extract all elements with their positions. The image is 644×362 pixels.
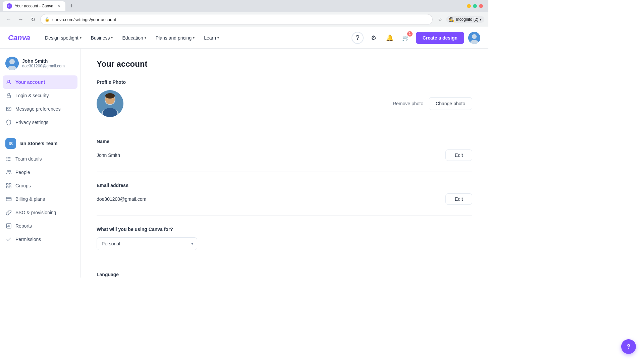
- svg-rect-20: [9, 186, 11, 188]
- nav-learn[interactable]: Learn ▾: [200, 33, 223, 43]
- email-field-row: doe301200@gmail.com Edit: [97, 193, 472, 205]
- sidebar-user-info: John Smith doe301200@gmail.com: [22, 58, 75, 68]
- groups-icon: [5, 182, 12, 189]
- sso-provisioning-icon: [5, 209, 12, 216]
- email-edit-btn[interactable]: Edit: [445, 193, 472, 205]
- message-preferences-icon: [5, 106, 12, 112]
- nav-business[interactable]: Business ▾: [87, 33, 117, 43]
- name-value: John Smith: [97, 153, 120, 158]
- sidebar-item-privacy-settings-label: Privacy settings: [15, 120, 48, 125]
- sidebar-item-people[interactable]: People: [0, 166, 80, 179]
- window-minimize-btn[interactable]: [467, 4, 471, 8]
- notifications-btn[interactable]: 🔔: [384, 32, 396, 44]
- browser-chrome: C Your account - Canva ✕ + ← → ↻ 🔒 canva…: [0, 0, 488, 27]
- url-text: canva.com/settings/your-account: [52, 17, 116, 22]
- svg-point-1: [472, 34, 477, 39]
- svg-rect-7: [7, 95, 11, 98]
- login-security-icon: [5, 92, 12, 99]
- window-maximize-btn[interactable]: [473, 4, 477, 8]
- window-close-btn[interactable]: [479, 4, 483, 8]
- svg-point-6: [8, 80, 10, 82]
- user-avatar-nav[interactable]: [468, 32, 480, 44]
- main-area: John Smith doe301200@gmail.com Your acco…: [0, 49, 488, 278]
- sidebar-item-groups-label: Groups: [15, 183, 31, 188]
- app: Canva Design spotlight ▾ Business ▾ Educ…: [0, 27, 488, 278]
- browser-tab[interactable]: C Your account - Canva ✕: [3, 1, 65, 11]
- profile-photo-img: [97, 90, 123, 117]
- nav-education[interactable]: Education ▾: [118, 33, 150, 43]
- sidebar-item-message-preferences[interactable]: Message preferences: [0, 102, 80, 116]
- svg-point-11: [7, 160, 7, 161]
- incognito-label: Incognito (2): [456, 17, 478, 22]
- sidebar-item-reports[interactable]: Reports: [0, 219, 80, 233]
- sidebar-item-sso-provisioning[interactable]: SSO & provisioning: [0, 206, 80, 219]
- cart-btn[interactable]: 🛒 1: [400, 32, 412, 44]
- reports-icon: [5, 223, 12, 229]
- tab-close-btn[interactable]: ✕: [56, 3, 61, 9]
- usage-label: What will you be using Canva for?: [97, 227, 472, 232]
- bookmark-btn[interactable]: ☆: [435, 15, 445, 24]
- sidebar-item-login-security[interactable]: Login & security: [0, 89, 80, 102]
- nav-design-spotlight-label: Design spotlight: [45, 35, 78, 41]
- language-section: Language English (United Kingdom) Englis…: [97, 272, 472, 278]
- name-field-row: John Smith Edit: [97, 149, 472, 161]
- canva-logo[interactable]: Canva: [8, 34, 30, 42]
- logo-text: Canva: [8, 34, 30, 42]
- profile-photo-label: Profile Photo: [97, 79, 472, 85]
- nav-education-label: Education: [122, 35, 143, 41]
- new-tab-btn[interactable]: +: [67, 1, 76, 11]
- sidebar-item-reports-label: Reports: [15, 223, 32, 229]
- sidebar-item-billing-plans[interactable]: Billing & plans: [0, 192, 80, 206]
- forward-btn[interactable]: →: [16, 15, 25, 24]
- settings-btn[interactable]: ⚙: [368, 32, 380, 44]
- canva-favicon: C: [7, 3, 12, 9]
- team-initials: IS: [9, 141, 13, 146]
- language-label: Language: [97, 272, 472, 277]
- sidebar-item-privacy-settings[interactable]: Privacy settings: [0, 116, 80, 129]
- your-account-icon: [5, 79, 12, 85]
- change-photo-btn[interactable]: Change photo: [429, 97, 472, 110]
- name-label: Name: [97, 139, 472, 144]
- profile-photo-actions: Remove photo Change photo: [393, 97, 472, 110]
- billing-plans-icon: [5, 196, 12, 202]
- usage-select[interactable]: Personal Business Education Non-profit: [97, 237, 197, 250]
- sidebar-item-team-details[interactable]: Team details: [0, 152, 80, 166]
- email-section: Email address doe301200@gmail.com Edit: [97, 183, 472, 216]
- incognito-chevron: ▾: [480, 17, 482, 22]
- svg-rect-18: [9, 183, 11, 185]
- sidebar-item-your-account-label: Your account: [15, 79, 45, 85]
- window-controls: [467, 4, 486, 8]
- page-title: Your account: [97, 59, 472, 69]
- sidebar-item-team-details-label: Team details: [15, 156, 42, 162]
- sidebar-item-permissions-label: Permissions: [15, 237, 41, 242]
- create-design-btn[interactable]: Create a design: [416, 32, 464, 44]
- nav-plans-pricing[interactable]: Plans and pricing ▾: [152, 33, 199, 43]
- nav-design-spotlight[interactable]: Design spotlight ▾: [41, 33, 86, 43]
- remove-photo-btn[interactable]: Remove photo: [393, 98, 423, 109]
- nav-plans-pricing-chevron: ▾: [193, 36, 195, 40]
- svg-point-4: [9, 59, 15, 64]
- name-edit-btn[interactable]: Edit: [445, 149, 472, 161]
- sidebar-team-header[interactable]: IS Ian Stone's Team: [0, 135, 80, 152]
- sidebar-user[interactable]: John Smith doe301200@gmail.com: [0, 54, 80, 75]
- back-btn[interactable]: ←: [4, 15, 13, 24]
- sidebar-item-permissions[interactable]: Permissions: [0, 233, 80, 246]
- sidebar-item-people-label: People: [15, 170, 30, 175]
- svg-rect-21: [6, 197, 11, 201]
- sidebar-item-groups[interactable]: Groups: [0, 179, 80, 192]
- address-bar[interactable]: 🔒 canva.com/settings/your-account: [40, 14, 433, 25]
- sidebar-item-your-account[interactable]: Your account: [3, 75, 77, 89]
- nav-education-chevron: ▾: [145, 36, 146, 40]
- sidebar-user-email: doe301200@gmail.com: [22, 64, 75, 68]
- svg-point-10: [7, 159, 7, 159]
- incognito-badge[interactable]: 🕵 Incognito (2) ▾: [446, 16, 484, 23]
- usage-section: What will you be using Canva for? Person…: [97, 227, 472, 261]
- permissions-icon: [5, 236, 12, 243]
- sidebar: John Smith doe301200@gmail.com Your acco…: [0, 49, 80, 278]
- help-btn[interactable]: ?: [352, 32, 364, 44]
- toolbar-actions: ☆ 🕵 Incognito (2) ▾: [435, 15, 484, 24]
- usage-select-wrapper: Personal Business Education Non-profit ▾: [97, 237, 197, 250]
- profile-photo-area: Remove photo Change photo: [97, 90, 472, 117]
- reload-btn[interactable]: ↻: [28, 15, 38, 24]
- sidebar-team-name: Ian Stone's Team: [19, 141, 58, 146]
